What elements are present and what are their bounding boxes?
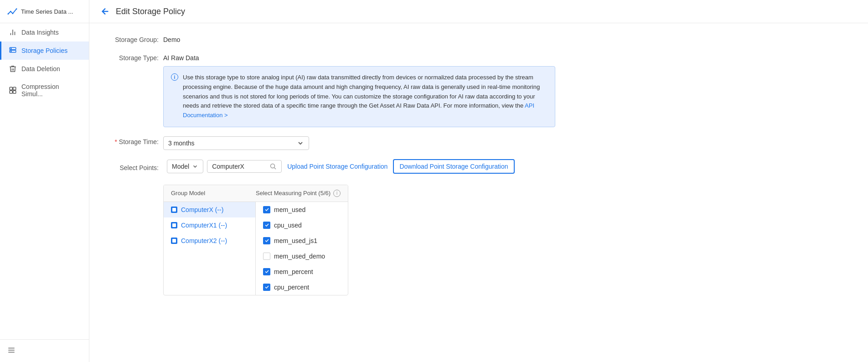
svg-rect-12 bbox=[13, 87, 16, 90]
measuring-points-column: mem_used cpu_used mem_used bbox=[256, 202, 348, 295]
group-item-label: ComputerX2 (--) bbox=[181, 237, 227, 244]
svg-point-0 bbox=[7, 13, 9, 15]
groups-column: ComputerX (--) ComputerX1 (--) bbox=[164, 202, 256, 295]
sidebar-item-label: Storage Policies bbox=[21, 47, 67, 54]
table-body: ComputerX (--) ComputerX1 (--) bbox=[164, 202, 348, 295]
measuring-label: mem_used_demo bbox=[274, 253, 325, 260]
group-item-label: ComputerX1 (--) bbox=[181, 222, 227, 229]
search-box[interactable] bbox=[207, 160, 282, 173]
select-points-row: Select Points: Model Upload Point Storag… bbox=[104, 159, 853, 295]
sidebar-item-data-deletion[interactable]: Data Deletion bbox=[0, 60, 89, 78]
menu-icon bbox=[7, 346, 16, 354]
storage-group-value: Demo bbox=[163, 34, 180, 43]
chart-icon bbox=[9, 28, 17, 36]
download-btn[interactable]: Download Point Storage Configuration bbox=[393, 159, 514, 174]
col2-info-icon: i bbox=[333, 190, 341, 197]
storage-group-label: Storage Group: bbox=[104, 34, 163, 43]
storage-time-dropdown[interactable]: 3 months bbox=[163, 136, 309, 150]
measuring-label: mem_percent bbox=[274, 268, 313, 275]
table-header: Group Model Select Measuring Point (5/6)… bbox=[164, 185, 348, 202]
storage-type-value: AI Raw Data bbox=[163, 52, 560, 62]
checkbox-mem-used-js1[interactable] bbox=[263, 237, 270, 244]
info-icon: i bbox=[171, 73, 178, 120]
measuring-item: mem_used_demo bbox=[256, 248, 348, 264]
svg-rect-24 bbox=[172, 223, 176, 227]
measuring-label: cpu_used bbox=[274, 222, 302, 229]
sidebar-logo: Time Series Data ... bbox=[0, 0, 89, 23]
model-select-value: Model bbox=[172, 163, 189, 170]
table-col2-header: Select Measuring Point (5/6) i bbox=[256, 190, 341, 197]
svg-point-1 bbox=[10, 11, 11, 12]
measuring-item: mem_used bbox=[256, 202, 348, 217]
measuring-item: cpu_percent bbox=[256, 279, 348, 295]
sidebar-item-compression-simul[interactable]: Compression Simul... bbox=[0, 78, 89, 103]
measuring-item: mem_used_js1 bbox=[256, 233, 348, 248]
storage-type-label: Storage Type: bbox=[104, 52, 163, 62]
svg-point-3 bbox=[16, 8, 17, 10]
measuring-item: mem_percent bbox=[256, 264, 348, 279]
info-box: i Use this storage type to store analog … bbox=[163, 66, 555, 127]
storage-time-label: Storage Time: bbox=[104, 136, 163, 145]
checkbox-mem-percent[interactable] bbox=[263, 268, 270, 275]
svg-rect-25 bbox=[172, 239, 176, 243]
sidebar-bottom bbox=[0, 339, 89, 362]
page-title: Edit Storage Policy bbox=[116, 7, 185, 16]
measuring-label: mem_used bbox=[274, 206, 305, 213]
info-box-text: Use this storage type to store analog in… bbox=[183, 73, 548, 120]
svg-rect-13 bbox=[10, 91, 12, 93]
group-item[interactable]: ComputerX1 (--) bbox=[164, 217, 255, 233]
form-content: Storage Group: Demo Storage Type: AI Raw… bbox=[89, 23, 868, 362]
svg-rect-11 bbox=[10, 87, 12, 90]
logo-icon bbox=[7, 6, 17, 16]
storage-type-row: Storage Type: AI Raw Data i Use this sto… bbox=[104, 52, 853, 127]
group-item[interactable]: ComputerX2 (--) bbox=[164, 233, 255, 248]
chevron-down-icon bbox=[297, 140, 304, 147]
group-item-label: ComputerX (--) bbox=[181, 206, 223, 213]
svg-point-21 bbox=[271, 164, 275, 168]
upload-btn[interactable]: Upload Point Storage Configuration bbox=[285, 163, 389, 170]
table-col1-header: Group Model bbox=[171, 190, 256, 197]
measuring-item: cpu_used bbox=[256, 217, 348, 233]
search-icon bbox=[269, 163, 277, 170]
checkbox-cpu-percent[interactable] bbox=[263, 284, 270, 291]
compression-icon bbox=[9, 86, 17, 94]
sidebar-item-label: Data Insights bbox=[21, 29, 59, 36]
delete-icon bbox=[9, 65, 17, 73]
sidebar-item-data-insights[interactable]: Data Insights bbox=[0, 23, 89, 41]
checkbox-cpu-used[interactable] bbox=[263, 222, 270, 229]
storage-icon bbox=[9, 47, 17, 55]
svg-rect-14 bbox=[13, 91, 16, 93]
chevron-down-icon bbox=[192, 163, 198, 170]
svg-point-10 bbox=[11, 51, 12, 52]
measuring-label: cpu_percent bbox=[274, 284, 309, 291]
storage-time-row: Storage Time: 3 months bbox=[104, 136, 853, 150]
sidebar-logo-text: Time Series Data ... bbox=[21, 8, 73, 15]
sidebar-item-label: Compression Simul... bbox=[21, 83, 82, 98]
svg-point-9 bbox=[11, 48, 12, 49]
group-icon bbox=[171, 222, 177, 228]
main-content: Edit Storage Policy Storage Group: Demo … bbox=[89, 0, 868, 362]
group-icon bbox=[171, 238, 177, 244]
sidebar-item-label: Data Deletion bbox=[21, 65, 60, 72]
sidebar-item-storage-policies[interactable]: Storage Policies bbox=[0, 41, 89, 60]
points-table: Group Model Select Measuring Point (5/6)… bbox=[163, 185, 348, 295]
back-button[interactable] bbox=[100, 6, 110, 16]
sidebar: Time Series Data ... Data Insights Stora… bbox=[0, 0, 89, 362]
model-select-dropdown[interactable]: Model bbox=[167, 160, 203, 173]
measuring-label: mem_used_js1 bbox=[274, 237, 317, 244]
checkbox-mem-used-demo[interactable] bbox=[263, 253, 270, 260]
group-icon bbox=[171, 207, 177, 213]
svg-line-22 bbox=[274, 167, 276, 169]
select-points-label: Select Points: bbox=[104, 161, 163, 171]
storage-time-value: 3 months bbox=[168, 140, 195, 147]
search-input[interactable] bbox=[212, 163, 267, 170]
group-item[interactable]: ComputerX (--) bbox=[164, 202, 255, 217]
svg-text:i: i bbox=[174, 75, 176, 80]
page-header: Edit Storage Policy bbox=[89, 0, 868, 23]
storage-group-row: Storage Group: Demo bbox=[104, 34, 853, 43]
svg-rect-23 bbox=[172, 208, 176, 212]
checkbox-mem-used[interactable] bbox=[263, 206, 270, 213]
svg-point-2 bbox=[12, 13, 14, 14]
